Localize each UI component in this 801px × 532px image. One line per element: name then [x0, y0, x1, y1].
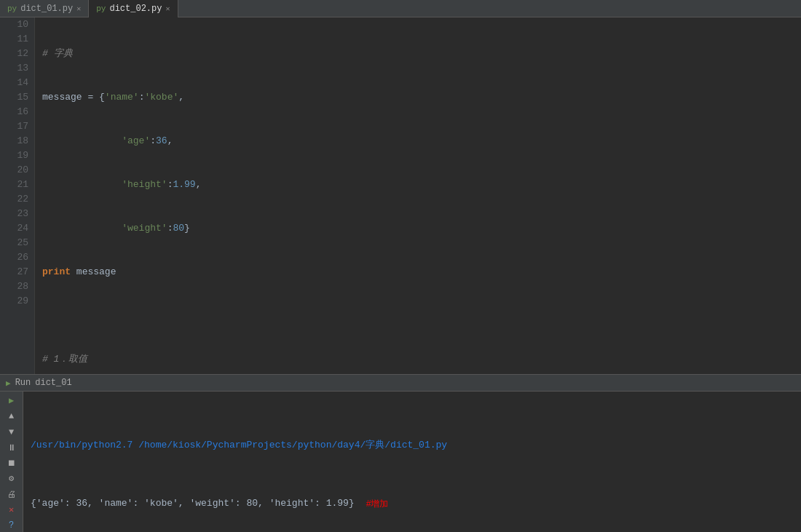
code-line-17: # 1．取值 — [42, 352, 801, 367]
py-icon-2: py — [96, 4, 106, 13]
tab-dict02-label: dict_02.py — [109, 4, 162, 14]
tab-dict02-close[interactable]: ✕ — [165, 4, 170, 13]
console: ▶ ▲ ▼ ⏸ ⏹ ⚙ 🖨 ✕ ? /usr/bin/python2.7 /ho… — [0, 392, 801, 532]
anno-add: #增加 — [366, 496, 389, 511]
ln-24: 24 — [0, 221, 28, 236]
ln-29: 29 — [0, 294, 28, 309]
ln-16: 16 — [0, 105, 28, 119]
up-btn[interactable]: ▲ — [4, 410, 20, 422]
run-label: Run — [15, 378, 31, 388]
console-path-line: /usr/bin/python2.7 /home/kiosk/PycharmPr… — [31, 438, 794, 453]
console-path: /usr/bin/python2.7 /home/kiosk/PycharmPr… — [31, 440, 447, 450]
ln-13: 13 — [0, 61, 28, 76]
line-numbers: 10 11 12 13 14 15 16 17 18 19 20 21 22 2… — [0, 17, 35, 374]
code-line-16 — [42, 309, 801, 323]
ln-18: 18 — [0, 134, 28, 148]
code-line-14: 'weight':80} — [42, 221, 801, 236]
editor: 10 11 12 13 14 15 16 17 18 19 20 21 22 2… — [0, 17, 801, 374]
tab-dict01-close[interactable]: ✕ — [76, 4, 81, 13]
ln-23: 23 — [0, 207, 28, 221]
settings-btn[interactable]: ⚙ — [4, 472, 20, 485]
ln-21: 21 — [0, 178, 28, 192]
code-line-11: message = {'name':'kobe', — [42, 90, 801, 105]
code-line-13: 'height':1.99, — [42, 178, 801, 192]
ln-15: 15 — [0, 90, 28, 105]
tab-dict01-label: dict_01.py — [20, 4, 73, 14]
tab-bar: py dict_01.py ✕ py dict_02.py ✕ — [0, 0, 801, 17]
stop-btn[interactable]: ⏹ — [4, 457, 20, 469]
run-bar: ▶ Run dict_01 — [0, 374, 801, 392]
ln-27: 27 — [0, 265, 28, 279]
close-btn[interactable]: ✕ — [4, 504, 20, 516]
down-btn[interactable]: ▼ — [4, 426, 20, 438]
ln-19: 19 — [0, 148, 28, 163]
ln-26: 26 — [0, 250, 28, 265]
ln-25: 25 — [0, 236, 28, 250]
pause-btn[interactable]: ⏸ — [4, 441, 20, 453]
tab-dict01[interactable]: py dict_01.py ✕ — [0, 0, 89, 17]
ln-12: 12 — [0, 47, 28, 61]
console-line-1: {'age': 36, 'name': 'kobe', 'weight': 80… — [31, 496, 794, 511]
run-file: dict_01 — [35, 378, 71, 388]
ln-10: 10 — [0, 17, 28, 32]
ln-20: 20 — [0, 163, 28, 178]
run-btn[interactable]: ▶ — [4, 394, 20, 407]
code-line-10: # 字典 — [42, 47, 801, 61]
console-sidebar: ▶ ▲ ▼ ⏸ ⏹ ⚙ 🖨 ✕ ? — [0, 392, 23, 532]
run-icon: ▶ — [6, 378, 11, 388]
tab-dict02[interactable]: py dict_02.py ✕ — [89, 0, 178, 17]
info-btn[interactable]: ? — [4, 520, 20, 532]
ln-22: 22 — [0, 192, 28, 207]
code-line-15: print message — [42, 265, 801, 279]
ln-14: 14 — [0, 76, 28, 90]
code-line-12: 'age':36, — [42, 134, 801, 148]
console-output[interactable]: /usr/bin/python2.7 /home/kiosk/PycharmPr… — [23, 392, 801, 532]
py-icon-1: py — [7, 4, 17, 13]
ln-11: 11 — [0, 32, 28, 47]
code-content[interactable]: # 字典 message = {'name':'kobe', 'age':36,… — [35, 17, 801, 374]
ln-17: 17 — [0, 119, 28, 134]
ln-28: 28 — [0, 279, 28, 294]
console-dict-1: {'age': 36, 'name': 'kobe', 'weight': 80… — [31, 496, 355, 511]
print-btn[interactable]: 🖨 — [4, 488, 20, 501]
